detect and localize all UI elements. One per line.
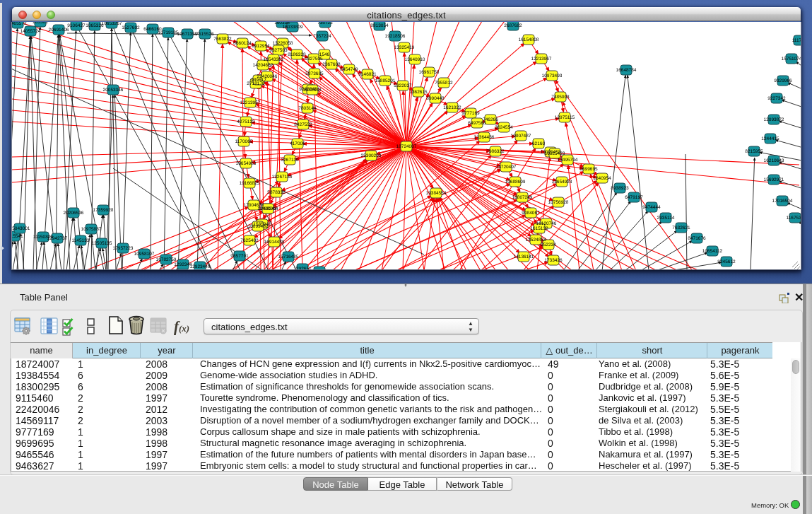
svg-text:2687682: 2687682 (504, 23, 522, 28)
svg-text:25300293: 25300293 (361, 153, 382, 158)
svg-text:20206536: 20206536 (64, 211, 84, 216)
svg-text:62160: 62160 (532, 141, 545, 146)
svg-text:10099482: 10099482 (248, 224, 269, 229)
svg-text:205501: 205501 (33, 22, 48, 25)
svg-text:9245612: 9245612 (717, 259, 736, 264)
svg-text:9857791: 9857791 (230, 254, 249, 259)
svg-text:8186328: 8186328 (288, 52, 306, 57)
svg-text:13654923: 13654923 (552, 180, 572, 185)
svg-text:9146821: 9146821 (358, 72, 377, 77)
svg-text:10671355: 10671355 (177, 32, 198, 37)
svg-text:1621022: 1621022 (443, 105, 461, 110)
svg-text:9474444: 9474444 (642, 205, 661, 210)
svg-text:21364436: 21364436 (474, 135, 495, 140)
svg-text:1170065: 1170065 (235, 139, 253, 144)
svg-text:9327505: 9327505 (305, 57, 323, 62)
svg-text:10025433: 10025433 (545, 151, 565, 156)
svg-text:2935114: 2935114 (657, 216, 675, 221)
svg-text:9777169: 9777169 (461, 111, 480, 116)
svg-text:9912954: 9912954 (252, 44, 270, 49)
svg-text:15751074: 15751074 (782, 57, 801, 62)
svg-text:6479197: 6479197 (625, 195, 643, 200)
svg-text:7986322: 7986322 (486, 149, 505, 154)
svg-text:12505135: 12505135 (92, 241, 112, 246)
svg-text:1292651: 1292651 (293, 267, 312, 269)
svg-text:5873685: 5873685 (305, 71, 324, 76)
svg-text:22420046: 22420046 (257, 74, 278, 79)
svg-text:10654112: 10654112 (702, 249, 723, 254)
svg-text:17359928: 17359928 (93, 208, 114, 213)
svg-text:9327503: 9327503 (269, 48, 288, 53)
svg-text:15716485: 15716485 (278, 255, 299, 259)
svg-text:8427552: 8427552 (294, 122, 312, 127)
svg-text:15720407: 15720407 (496, 165, 517, 170)
svg-text:13226058: 13226058 (273, 41, 293, 46)
svg-text:7357224: 7357224 (313, 34, 331, 39)
svg-text:14055724: 14055724 (20, 29, 41, 34)
svg-text:1167534: 1167534 (787, 216, 801, 221)
svg-text:8990448: 8990448 (426, 96, 445, 101)
svg-text:746266: 746266 (483, 117, 498, 122)
svg-text:417006: 417006 (290, 141, 305, 146)
svg-text:12975115: 12975115 (555, 115, 575, 120)
svg-text:15885201: 15885201 (375, 78, 396, 83)
svg-text:19654983: 19654983 (236, 161, 257, 166)
svg-text:18807249: 18807249 (512, 195, 533, 200)
svg-text:18724007: 18724007 (396, 144, 417, 149)
svg-text:20053346: 20053346 (103, 88, 124, 93)
svg-text:17016504: 17016504 (772, 199, 793, 204)
svg-text:7955812: 7955812 (435, 81, 453, 86)
svg-text:13524853: 13524853 (526, 238, 546, 243)
svg-text:7515526: 7515526 (196, 32, 214, 37)
svg-text:1405572: 1405572 (12, 22, 27, 26)
svg-text:8471676: 8471676 (688, 236, 706, 241)
svg-text:10688609: 10688609 (505, 180, 526, 185)
svg-text:13640910: 13640910 (405, 57, 425, 62)
svg-text:10975887: 10975887 (81, 227, 102, 232)
svg-text:10807487: 10807487 (511, 134, 531, 139)
svg-text:4275122: 4275122 (237, 119, 255, 124)
svg-text:252234: 252234 (541, 243, 556, 247)
svg-text:8660124: 8660124 (233, 41, 252, 46)
svg-text:16543382: 16543382 (264, 57, 284, 62)
svg-text:1244415: 1244415 (761, 136, 779, 141)
svg-text:1546: 1546 (319, 52, 330, 57)
svg-text:13325419: 13325419 (394, 45, 415, 50)
svg-text:1527602: 1527602 (122, 25, 140, 30)
svg-text:16210643: 16210643 (764, 158, 784, 163)
svg-text:3915541: 3915541 (12, 234, 23, 239)
svg-text:7632621: 7632621 (672, 226, 690, 230)
svg-text:13495794: 13495794 (558, 158, 578, 163)
svg-text:9699695: 9699695 (579, 167, 598, 172)
svg-text:20691406: 20691406 (49, 28, 69, 33)
svg-text:16033809: 16033809 (283, 25, 303, 30)
svg-text:14136141: 14136141 (514, 255, 534, 259)
svg-text:7803144: 7803144 (298, 106, 317, 111)
svg-text:8938923: 8938923 (611, 186, 629, 191)
svg-text:8813054: 8813054 (370, 23, 389, 28)
svg-text:12923448: 12923448 (190, 264, 211, 269)
svg-text:9106427: 9106427 (67, 23, 86, 28)
svg-text:8215955: 8215955 (745, 149, 763, 154)
svg-text:9084067: 9084067 (522, 211, 540, 216)
svg-text:8454749: 8454749 (340, 67, 358, 72)
svg-text:12093872: 12093872 (764, 117, 784, 122)
svg-text:19384554: 19384554 (426, 191, 447, 196)
svg-text:2367608: 2367608 (322, 62, 341, 67)
svg-text:7625402: 7625402 (240, 238, 259, 243)
svg-text:735722: 735722 (317, 22, 333, 25)
svg-text:16120746: 16120746 (536, 221, 557, 226)
svg-text:1615132: 1615132 (530, 226, 548, 231)
svg-text:5322037: 5322037 (394, 83, 412, 88)
svg-text:9329966: 9329966 (774, 78, 792, 83)
svg-text:16782759: 16782759 (156, 257, 177, 262)
svg-text:16648784: 16648784 (616, 68, 637, 73)
svg-text:111755: 111755 (792, 38, 801, 43)
svg-text:7663822: 7663822 (213, 37, 232, 42)
svg-text:9227342: 9227342 (767, 96, 786, 101)
svg-text:10719185: 10719185 (158, 30, 179, 35)
svg-text:12213967: 12213967 (531, 57, 552, 62)
svg-text:16961758: 16961758 (419, 70, 440, 75)
svg-text:10756928: 10756928 (548, 200, 569, 205)
svg-text:12213957: 12213957 (240, 100, 261, 105)
